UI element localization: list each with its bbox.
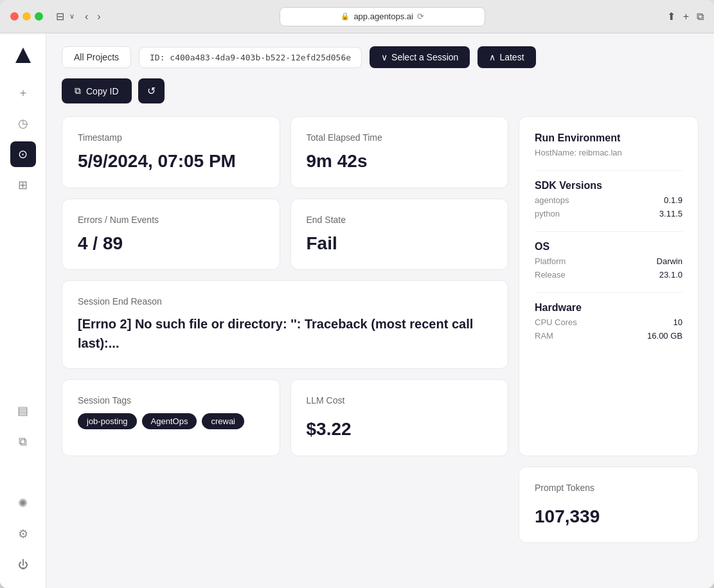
sidebar-item-document[interactable]: ▤ — [10, 398, 36, 423]
sidebar-toggle[interactable]: ⊟ ∨ — [56, 10, 75, 22]
sidebar-item-plus[interactable]: ＋ — [10, 80, 36, 105]
tag-agentops: AgentOps — [142, 413, 197, 429]
os-release-key: Release — [535, 270, 566, 280]
copy-icon: ⧉ — [75, 85, 81, 96]
sidebar-item-settings[interactable]: ⚙ — [10, 521, 36, 547]
sdk-section: SDK Versions agentops 0.1.9 python 3.11.… — [535, 180, 683, 218]
sdk-row-agentops: agentops 0.1.9 — [535, 195, 683, 205]
titlebar: ⊟ ∨ ‹ › 🔒 app.agentops.ai ⟳ ⬆ + ⧉ — [0, 0, 714, 33]
refresh-icon: ↺ — [147, 85, 156, 97]
traffic-lights — [10, 12, 43, 21]
sidebar-item-puzzle[interactable]: ⧉ — [10, 429, 36, 454]
clock-icon: ◷ — [18, 116, 28, 130]
sdk-python-val: 3.11.5 — [659, 209, 683, 218]
reload-icon[interactable]: ⟳ — [417, 12, 424, 21]
os-row-release: Release 23.1.0 — [535, 270, 683, 280]
lock-icon: 🔒 — [341, 12, 350, 21]
document-icon: ▤ — [17, 404, 28, 418]
prompt-tokens-label: Prompt Tokens — [535, 483, 683, 493]
minimize-button[interactable] — [22, 12, 31, 21]
sdk-title: SDK Versions — [535, 180, 683, 192]
sidebar-item-search[interactable]: ⊙ — [10, 141, 36, 167]
run-env-title: Run Environment — [535, 132, 683, 144]
session-tags-card: Session Tags job-posting AgentOps crewai — [62, 379, 280, 456]
run-env-section: Run Environment HostName: reibmac.lan — [535, 132, 683, 157]
hardware-ram-val: 16.00 GB — [647, 331, 683, 341]
tag-crewai: crewai — [202, 413, 244, 429]
sun-icon: ✺ — [18, 496, 28, 510]
os-platform-key: Platform — [535, 256, 566, 266]
end-state-label: End State — [307, 215, 493, 225]
tags-container: job-posting AgentOps crewai — [78, 413, 264, 429]
llm-cost-label: LLM Cost — [307, 395, 493, 405]
grid-icon: ⊞ — [18, 178, 28, 192]
elapsed-time-card: Total Elapsed Time 9m 42s — [290, 116, 509, 188]
refresh-button[interactable]: ↺ — [138, 78, 165, 103]
settings-icon: ⚙ — [18, 527, 28, 541]
end-state-card: End State Fail — [290, 199, 509, 271]
sidebar-item-sun[interactable]: ✺ — [10, 490, 36, 516]
sdk-agentops-key: agentops — [535, 195, 569, 205]
select-session-button[interactable]: ∨ Select a Session — [370, 46, 470, 68]
sidebar-logo[interactable] — [10, 44, 36, 69]
sdk-agentops-val: 0.1.9 — [664, 195, 683, 205]
sdk-row-python: python 3.11.5 — [535, 209, 683, 218]
app-body: ＋ ◷ ⊙ ⊞ ▤ ⧉ ✺ ⚙ — [0, 33, 714, 588]
cards-grid: Timestamp 5/9/2024, 07:05 PM Total Elaps… — [62, 116, 699, 543]
sidebar-item-grid[interactable]: ⊞ — [10, 172, 36, 198]
run-env-hostname: HostName: reibmac.lan — [535, 148, 683, 157]
sidebar-item-logout[interactable]: ⏻ — [10, 552, 36, 578]
session-tags-label: Session Tags — [78, 395, 264, 405]
os-release-val: 23.1.0 — [659, 270, 683, 280]
end-reason-value: [Errno 2] No such file or directory: '':… — [78, 314, 492, 353]
hardware-cpu-key: CPU Cores — [535, 317, 577, 327]
prompt-tokens-value: 107,339 — [535, 506, 683, 528]
tag-job-posting: job-posting — [78, 413, 137, 429]
errors-value: 4 / 89 — [78, 233, 264, 254]
share-button[interactable]: ⬆ — [667, 10, 675, 22]
run-environment-card: Run Environment HostName: reibmac.lan SD… — [519, 116, 699, 456]
hardware-cpu-val: 10 — [674, 317, 683, 327]
os-platform-val: Darwin — [657, 256, 683, 266]
end-reason-label: Session End Reason — [78, 296, 492, 307]
chevron-down-icon: ∨ — [381, 52, 388, 62]
session-id-display: ID: c400a483-4da9-403b-b522-12efd25d056e — [139, 47, 362, 68]
titlebar-actions: ⬆ + ⧉ — [667, 10, 704, 22]
latest-button[interactable]: ∧ Latest — [477, 46, 535, 68]
tabs-button[interactable]: ⧉ — [697, 10, 704, 22]
address-bar[interactable]: 🔒 app.agentops.ai ⟳ — [280, 7, 485, 26]
os-section: OS Platform Darwin Release 23.1.0 — [535, 241, 683, 280]
nav-controls: ‹ › — [82, 8, 103, 25]
os-row-platform: Platform Darwin — [535, 256, 683, 266]
errors-card: Errors / Num Events 4 / 89 — [62, 199, 280, 271]
all-projects-button[interactable]: All Projects — [62, 46, 131, 68]
close-button[interactable] — [10, 12, 19, 21]
os-title: OS — [535, 241, 683, 253]
chevron-up-icon: ∧ — [489, 52, 495, 62]
hardware-row-ram: RAM 16.00 GB — [535, 331, 683, 341]
elapsed-value: 9m 42s — [307, 150, 493, 172]
copy-id-button[interactable]: ⧉ Copy ID — [62, 78, 132, 103]
hardware-section: Hardware CPU Cores 10 RAM 16.00 GB — [535, 302, 683, 341]
timestamp-value: 5/9/2024, 07:05 PM — [78, 150, 264, 172]
hardware-ram-key: RAM — [535, 331, 553, 341]
plus-icon: ＋ — [17, 85, 29, 100]
elapsed-label: Total Elapsed Time — [307, 132, 493, 143]
search-icon: ⊙ — [18, 147, 28, 161]
llm-cost-value: $3.22 — [307, 418, 493, 440]
sidebar: ＋ ◷ ⊙ ⊞ ▤ ⧉ ✺ ⚙ — [0, 33, 46, 588]
sidebar-item-clock[interactable]: ◷ — [10, 111, 36, 136]
new-tab-button[interactable]: + — [683, 10, 689, 22]
end-reason-card: Session End Reason [Errno 2] No such fil… — [62, 280, 508, 369]
logout-icon: ⏻ — [18, 559, 28, 571]
maximize-button[interactable] — [35, 12, 43, 21]
url-text: app.agentops.ai — [353, 12, 413, 21]
errors-label: Errors / Num Events — [78, 215, 264, 225]
timestamp-card: Timestamp 5/9/2024, 07:05 PM — [62, 116, 280, 188]
prompt-tokens-card: Prompt Tokens 107,339 — [519, 467, 699, 544]
back-button[interactable]: ‹ — [82, 8, 91, 25]
top-bar: All Projects ID: c400a483-4da9-403b-b522… — [62, 46, 699, 68]
forward-button[interactable]: › — [94, 8, 103, 25]
llm-cost-card: LLM Cost $3.22 — [290, 379, 509, 456]
sdk-python-key: python — [535, 209, 560, 218]
